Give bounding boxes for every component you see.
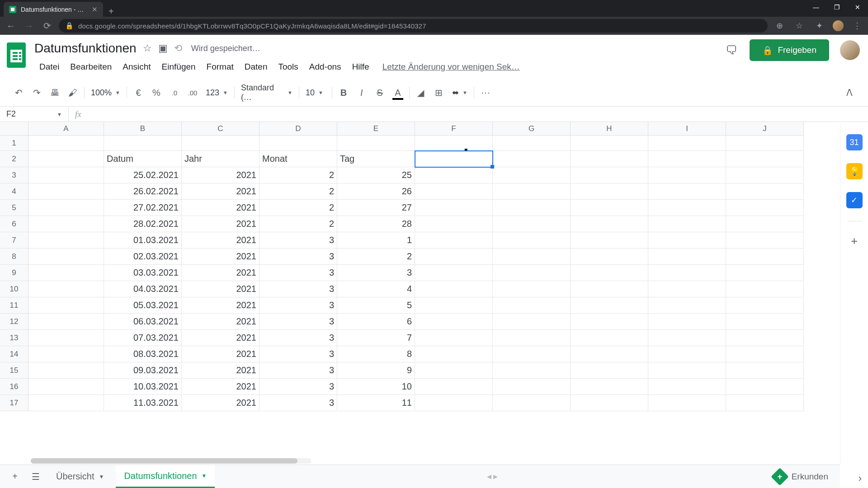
cell-F11[interactable] xyxy=(415,297,493,314)
cell-C3[interactable]: 2021 xyxy=(182,167,259,183)
cell-F8[interactable] xyxy=(415,249,493,265)
zoom-select[interactable]: 100%▼ xyxy=(87,88,124,98)
cell-G11[interactable] xyxy=(493,297,571,314)
sheets-logo-icon[interactable] xyxy=(5,39,28,71)
cell-J4[interactable] xyxy=(726,183,804,200)
cell-A14[interactable] xyxy=(28,346,104,362)
row-header-2[interactable]: 2 xyxy=(0,151,28,167)
cell-A6[interactable] xyxy=(28,216,104,232)
cell-J15[interactable] xyxy=(726,362,804,379)
cell-I7[interactable] xyxy=(648,232,726,249)
cell-D1[interactable] xyxy=(259,136,337,151)
cell-D6[interactable]: 2 xyxy=(259,216,337,232)
cell-reference-box[interactable]: F2 ▼ xyxy=(0,107,69,122)
cell-F7[interactable] xyxy=(415,232,493,249)
row-header-4[interactable]: 4 xyxy=(0,183,28,200)
column-header-A[interactable]: A xyxy=(28,122,104,136)
cell-J3[interactable] xyxy=(726,167,804,183)
cell-B5[interactable]: 27.02.2021 xyxy=(104,200,182,216)
close-tab-icon[interactable]: ✕ xyxy=(92,5,98,14)
cell-A7[interactable] xyxy=(28,232,104,249)
decrease-decimal-button[interactable]: .0 xyxy=(166,85,183,100)
column-header-H[interactable]: H xyxy=(571,122,648,136)
row-header-8[interactable]: 8 xyxy=(0,249,28,265)
cell-I6[interactable] xyxy=(648,216,726,232)
cell-F12[interactable] xyxy=(415,314,493,330)
cell-C1[interactable] xyxy=(182,136,259,151)
sheet-nav-arrows[interactable]: ◀▶ xyxy=(487,473,501,480)
cell-H5[interactable] xyxy=(571,200,648,216)
borders-button[interactable]: ⊞ xyxy=(430,85,448,100)
account-avatar[interactable] xyxy=(840,40,860,60)
cell-B7[interactable]: 01.03.2021 xyxy=(104,232,182,249)
close-window-button[interactable]: ✕ xyxy=(847,0,868,14)
row-header-10[interactable]: 10 xyxy=(0,281,28,297)
new-tab-button[interactable]: + xyxy=(103,6,119,17)
comments-icon[interactable]: 🗨 xyxy=(724,43,739,57)
cell-J14[interactable] xyxy=(726,346,804,362)
cell-J5[interactable] xyxy=(726,200,804,216)
cell-E13[interactable]: 7 xyxy=(337,330,415,346)
cell-I12[interactable] xyxy=(648,314,726,330)
back-button[interactable]: ← xyxy=(5,21,17,31)
cell-G12[interactable] xyxy=(493,314,571,330)
cell-B8[interactable]: 02.03.2021 xyxy=(104,249,182,265)
cell-I15[interactable] xyxy=(648,362,726,379)
cell-F16[interactable] xyxy=(415,379,493,395)
cell-H17[interactable] xyxy=(571,395,648,411)
row-header-14[interactable]: 14 xyxy=(0,346,28,362)
menu-addons[interactable]: Add-ons xyxy=(304,59,346,75)
merge-cells-button[interactable]: ⬌▼ xyxy=(448,88,471,98)
more-toolbar-button[interactable]: ⋯ xyxy=(477,85,494,100)
print-button[interactable]: 🖶 xyxy=(46,85,63,100)
cell-J16[interactable] xyxy=(726,379,804,395)
cell-H14[interactable] xyxy=(571,346,648,362)
star-document-icon[interactable]: ☆ xyxy=(143,42,152,54)
cell-E17[interactable]: 11 xyxy=(337,395,415,411)
cell-B12[interactable]: 06.03.2021 xyxy=(104,314,182,330)
cell-C15[interactable]: 2021 xyxy=(182,362,259,379)
cell-D15[interactable]: 3 xyxy=(259,362,337,379)
add-addon-button[interactable]: + xyxy=(851,234,858,248)
row-header-11[interactable]: 11 xyxy=(0,297,28,314)
cell-H11[interactable] xyxy=(571,297,648,314)
menu-data[interactable]: Daten xyxy=(240,59,273,75)
text-color-button[interactable]: A xyxy=(389,85,406,100)
cell-I16[interactable] xyxy=(648,379,726,395)
cell-F3[interactable] xyxy=(415,167,493,183)
cell-B1[interactable] xyxy=(104,136,182,151)
cell-I5[interactable] xyxy=(648,200,726,216)
cell-I14[interactable] xyxy=(648,346,726,362)
font-size-select[interactable]: 10▼ xyxy=(302,88,329,98)
cell-E14[interactable]: 8 xyxy=(337,346,415,362)
cell-H15[interactable] xyxy=(571,362,648,379)
cell-H9[interactable] xyxy=(571,265,648,281)
cell-B2[interactable]: Datum xyxy=(104,151,182,167)
cell-C5[interactable]: 2021 xyxy=(182,200,259,216)
url-field[interactable]: 🔒 docs.google.com/spreadsheets/d/1hbgKTL… xyxy=(59,19,768,33)
column-header-B[interactable]: B xyxy=(104,122,182,136)
menu-insert[interactable]: Einfügen xyxy=(157,59,201,75)
cell-C11[interactable]: 2021 xyxy=(182,297,259,314)
cell-F17[interactable] xyxy=(415,395,493,411)
cell-I11[interactable] xyxy=(648,297,726,314)
keep-icon[interactable]: 💡 xyxy=(846,163,863,179)
formula-input[interactable] xyxy=(88,110,868,118)
share-button[interactable]: 🔒 Freigeben xyxy=(750,39,829,61)
cell-D17[interactable]: 3 xyxy=(259,395,337,411)
row-header-7[interactable]: 7 xyxy=(0,232,28,249)
cell-A16[interactable] xyxy=(28,379,104,395)
cell-I1[interactable] xyxy=(648,136,726,151)
cell-G1[interactable] xyxy=(493,136,571,151)
cell-H13[interactable] xyxy=(571,330,648,346)
cell-J9[interactable] xyxy=(726,265,804,281)
cell-C7[interactable]: 2021 xyxy=(182,232,259,249)
cell-J1[interactable] xyxy=(726,136,804,151)
cell-J13[interactable] xyxy=(726,330,804,346)
calendar-icon[interactable]: 31 xyxy=(846,134,863,150)
select-all-corner[interactable] xyxy=(0,122,28,136)
move-folder-icon[interactable]: ▣ xyxy=(158,42,168,54)
cell-C14[interactable]: 2021 xyxy=(182,346,259,362)
cell-D2[interactable]: Monat xyxy=(259,151,337,167)
cell-F13[interactable] xyxy=(415,330,493,346)
